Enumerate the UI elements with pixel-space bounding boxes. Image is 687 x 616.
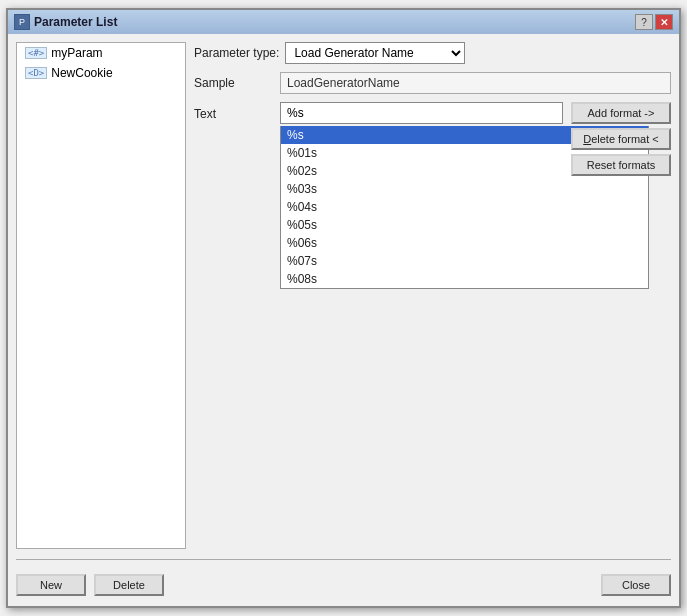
tree-item-newcookie[interactable]: <D> NewCookie <box>17 63 185 83</box>
bottom-bar: New Delete Close <box>16 570 671 598</box>
parameter-list-window: P Parameter List ? ✕ <#> myParam <D> New… <box>6 8 681 608</box>
param-type-row: Parameter type: Load Generator Name Rand… <box>194 42 671 64</box>
title-bar-controls: ? ✕ <box>635 14 673 30</box>
tree-label-myparam: myParam <box>51 46 102 60</box>
window-icon-text: P <box>19 17 25 27</box>
left-panel: <#> myParam <D> NewCookie <box>16 42 186 549</box>
delete-format-button[interactable]: Delete format < <box>571 128 671 150</box>
new-button[interactable]: New <box>16 574 86 596</box>
tree-icon-newcookie: <D> <box>25 67 47 79</box>
separator <box>16 559 671 560</box>
delete-button[interactable]: Delete <box>94 574 164 596</box>
text-and-formats: Text %s %01s %02s %03s %04s %05s %06s <box>194 102 671 289</box>
main-area: <#> myParam <D> NewCookie Parameter type… <box>16 42 671 549</box>
tree-item-myparam[interactable]: <#> myParam <box>17 43 185 63</box>
window-icon: P <box>14 14 30 30</box>
bottom-left-buttons: New Delete <box>16 574 164 596</box>
text-input-section: Text %s %01s %02s %03s %04s %05s %06s <box>194 102 563 289</box>
reset-formats-button[interactable]: Reset formats <box>571 154 671 176</box>
sample-label: Sample <box>194 76 274 90</box>
window-body: <#> myParam <D> NewCookie Parameter type… <box>8 34 679 606</box>
text-label-row: Text <box>194 102 563 124</box>
close-title-button[interactable]: ✕ <box>655 14 673 30</box>
help-button[interactable]: ? <box>635 14 653 30</box>
window-title: Parameter List <box>34 15 117 29</box>
text-label: Text <box>194 105 274 121</box>
format-buttons: Add format -> Delete format < Reset form… <box>571 102 671 289</box>
sample-value: LoadGeneratorName <box>280 72 671 94</box>
bottom-right-buttons: Close <box>601 574 671 596</box>
param-type-select[interactable]: Load Generator Name Random Number Sequen… <box>285 42 465 64</box>
text-input[interactable] <box>280 102 563 124</box>
close-button[interactable]: Close <box>601 574 671 596</box>
title-bar: P Parameter List ? ✕ <box>8 10 679 34</box>
tree-icon-myparam: <#> <box>25 47 47 59</box>
sample-row: Sample LoadGeneratorName <box>194 72 671 94</box>
sample-value-text: LoadGeneratorName <box>287 76 400 90</box>
title-bar-left: P Parameter List <box>14 14 117 30</box>
param-type-label: Parameter type: <box>194 46 279 60</box>
add-format-button[interactable]: Add format -> <box>571 102 671 124</box>
right-panel: Parameter type: Load Generator Name Rand… <box>194 42 671 549</box>
tree-label-newcookie: NewCookie <box>51 66 112 80</box>
